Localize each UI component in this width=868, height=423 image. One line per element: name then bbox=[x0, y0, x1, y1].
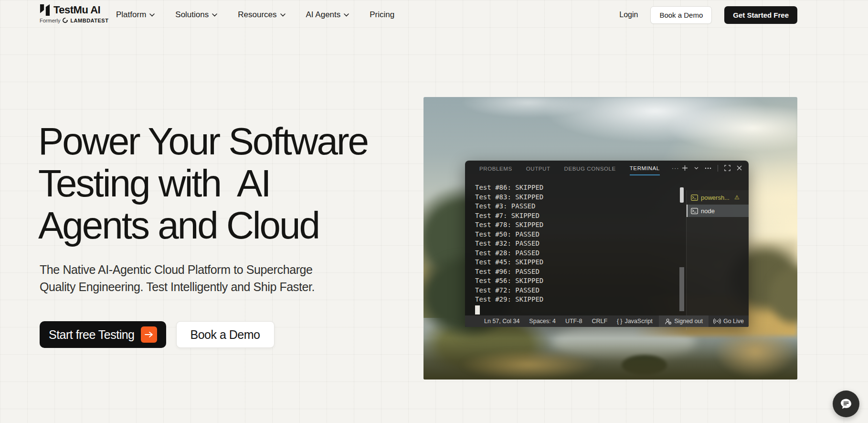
nav-item-resources[interactable]: Resources bbox=[238, 10, 285, 20]
more-tabs-icon[interactable]: ··· bbox=[672, 164, 679, 172]
terminal-instance-node[interactable]: node bbox=[687, 205, 749, 217]
book-demo-button-hero[interactable]: Book a Demo bbox=[176, 321, 275, 348]
status-cursor-position[interactable]: Ln 57, Col 34 bbox=[479, 315, 524, 327]
login-link[interactable]: Login bbox=[619, 11, 638, 19]
status-spaces[interactable]: Spaces: 4 bbox=[524, 315, 561, 327]
terminal-output-lines: Test #86: SKIPPED Test #83: SKIPPED Test… bbox=[475, 183, 543, 304]
terminal-panel-header: PROBLEMS OUTPUT DEBUG CONSOLE TERMINAL ·… bbox=[465, 161, 749, 175]
get-started-free-button[interactable]: Get Started Free bbox=[724, 6, 797, 24]
chevron-down-icon bbox=[149, 13, 155, 17]
arrow-right-icon bbox=[141, 326, 157, 343]
tab-problems[interactable]: PROBLEMS bbox=[479, 162, 512, 175]
chat-widget-button[interactable] bbox=[833, 390, 859, 417]
hero-headline: Power Your Software Testing with AI Agen… bbox=[38, 120, 368, 247]
start-free-testing-button[interactable]: Start free Testing bbox=[40, 321, 166, 348]
tab-debug-console[interactable]: DEBUG CONSOLE bbox=[564, 162, 616, 175]
terminal-line: Test #45: SKIPPED bbox=[475, 258, 543, 266]
vscode-terminal-panel: PROBLEMS OUTPUT DEBUG CONSOLE TERMINAL ·… bbox=[465, 161, 749, 327]
chat-bubble-icon bbox=[839, 397, 853, 411]
status-language[interactable]: { } JavaScript bbox=[612, 315, 657, 327]
status-eol[interactable]: CRLF bbox=[587, 315, 612, 327]
broadcast-icon bbox=[713, 318, 721, 324]
header: TestMu AI Formerly LAMBDATEST Platform S… bbox=[0, 0, 868, 30]
book-demo-button-header[interactable]: Book a Demo bbox=[650, 6, 712, 24]
terminal-more-actions-icon[interactable] bbox=[705, 167, 711, 169]
testmu-logo-icon bbox=[40, 4, 50, 16]
terminal-line: Test #7: SKIPPED bbox=[475, 212, 540, 219]
nav-item-platform[interactable]: Platform bbox=[116, 10, 155, 20]
logo-formerly-label: Formerly bbox=[40, 18, 60, 23]
nav-item-solutions[interactable]: Solutions bbox=[175, 10, 217, 20]
terminal-line: Test #32: PASSED bbox=[475, 239, 540, 247]
chevron-down-icon bbox=[212, 13, 217, 17]
terminal-instance-powershell[interactable]: powersh... ⚠ bbox=[687, 191, 749, 204]
maximize-panel-icon[interactable] bbox=[724, 165, 730, 171]
page: TestMu AI Formerly LAMBDATEST Platform S… bbox=[0, 0, 868, 423]
photo-golden-grass bbox=[443, 346, 614, 380]
header-actions: Login Book a Demo Get Started Free bbox=[619, 0, 797, 30]
vscode-status-bar: Ln 57, Col 34 Spaces: 4 UTF-8 CRLF { } J… bbox=[465, 315, 749, 327]
logo-title: TestMu AI bbox=[53, 4, 100, 16]
terminal-output-area: Test #86: SKIPPED Test #83: SKIPPED Test… bbox=[465, 175, 749, 315]
terminal-line: Test #3: PASSED bbox=[475, 202, 535, 210]
terminal-line: Test #50: PASSED bbox=[475, 230, 540, 238]
chevron-down-icon bbox=[280, 13, 286, 17]
warning-icon: ⚠ bbox=[734, 194, 740, 201]
terminal-line: Test #72: PASSED bbox=[475, 286, 540, 294]
scrollbar-thumb[interactable] bbox=[680, 187, 684, 203]
terminal-line: Test #56: SKIPPED bbox=[475, 277, 543, 284]
tab-output[interactable]: OUTPUT bbox=[526, 162, 550, 175]
hero-image: PROBLEMS OUTPUT DEBUG CONSOLE TERMINAL ·… bbox=[423, 97, 797, 380]
terminal-icon bbox=[691, 195, 698, 201]
nav-item-pricing[interactable]: Pricing bbox=[370, 10, 394, 20]
terminal-line: Test #28: PASSED bbox=[475, 249, 540, 257]
terminal-instance-list: powersh... ⚠ node bbox=[686, 190, 749, 330]
terminal-line: Test #86: SKIPPED bbox=[475, 184, 543, 191]
status-encoding[interactable]: UTF-8 bbox=[561, 315, 587, 327]
terminal-icon bbox=[691, 208, 698, 214]
terminal-line: Test #96: PASSED bbox=[475, 268, 540, 275]
terminal-dropdown-chevron-icon[interactable] bbox=[694, 167, 699, 170]
status-go-live[interactable]: Go Live bbox=[709, 315, 749, 327]
cta-row: Start free Testing Book a Demo bbox=[40, 321, 275, 348]
terminal-cursor bbox=[475, 305, 480, 315]
scrollbar-thumb[interactable] bbox=[679, 267, 684, 311]
terminal-line: Test #83: SKIPPED bbox=[475, 193, 543, 201]
status-account-signed-out[interactable]: Signed out bbox=[659, 315, 709, 327]
close-panel-icon[interactable] bbox=[737, 165, 742, 171]
chevron-down-icon bbox=[344, 13, 349, 17]
braces-icon: { } bbox=[617, 318, 622, 325]
nav-item-ai-agents[interactable]: AI Agents bbox=[306, 10, 349, 20]
lambdatest-logo-icon bbox=[62, 17, 68, 23]
terminal-line: Test #78: SKIPPED bbox=[475, 221, 543, 228]
tab-terminal[interactable]: TERMINAL bbox=[630, 161, 660, 175]
divider bbox=[718, 165, 718, 172]
new-terminal-plus-icon[interactable] bbox=[682, 165, 688, 171]
accounts-icon bbox=[665, 318, 672, 325]
hero-subtitle: The Native AI-Agentic Cloud Platform to … bbox=[40, 261, 315, 295]
logo-brand-label: LAMBDATEST bbox=[70, 18, 108, 23]
terminal-line: Test #29: SKIPPED bbox=[475, 295, 543, 303]
main-nav: Platform Solutions Resources AI Agents P… bbox=[116, 0, 394, 30]
logo[interactable]: TestMu AI Formerly LAMBDATEST bbox=[40, 4, 108, 23]
